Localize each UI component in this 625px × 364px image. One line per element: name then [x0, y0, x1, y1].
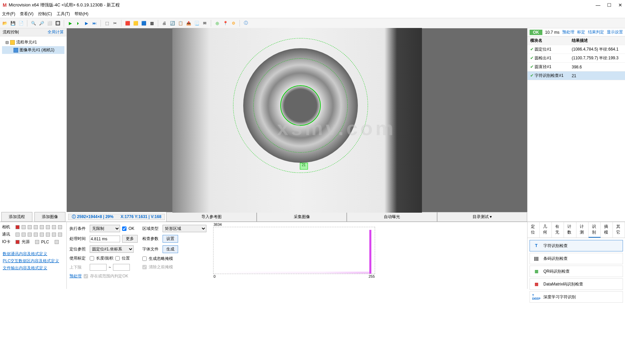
led [22, 225, 26, 229]
tb-zoomout-icon[interactable]: 🔍 [30, 20, 37, 27]
display-link[interactable]: 显示设置 [607, 29, 623, 35]
camera-viewport[interactable]: xsmv.com 21 [67, 28, 527, 212]
tb-select-icon[interactable]: ⬚ [104, 20, 110, 27]
tb-export-icon[interactable]: 📤 [185, 20, 192, 27]
tb-info-icon[interactable]: ⓘ [243, 20, 249, 27]
table-row[interactable]: ✔ 圆定位#1(1086.4,784.5) 半径:664.1 [528, 45, 625, 54]
tb-msg-icon[interactable]: ✉ [201, 20, 208, 27]
tb-config-icon[interactable]: 📄 [18, 20, 24, 27]
tab-measure[interactable]: 计测 [576, 222, 589, 238]
minimize-button[interactable]: — [596, 2, 600, 8]
capture-button[interactable]: 采集图像 [257, 212, 347, 222]
more-button[interactable]: 更多 [122, 235, 138, 243]
pos-checkbox[interactable] [115, 256, 120, 261]
deep-ocr-item[interactable]: TDEEP深度学习字符识别 [530, 291, 623, 303]
table-row[interactable]: ✔ 圆直径#1398.6 [528, 63, 625, 71]
maximize-button[interactable]: ☐ [607, 2, 612, 8]
tb-fit-icon[interactable]: ⬜ [46, 20, 53, 27]
tb-color3-icon[interactable]: 🟦 [140, 20, 147, 27]
led [28, 233, 32, 237]
menu-tool[interactable]: 工具(T) [57, 11, 70, 17]
dir-test-button[interactable]: 目录测试 ▾ [437, 212, 527, 222]
ocr-check-item[interactable]: T字符识别检查 [530, 240, 623, 251]
global-calc-link[interactable]: 全局计算 [48, 29, 64, 35]
exec-cond-select[interactable]: 无限制 [90, 225, 120, 232]
add-flow-button[interactable]: 添加流程 [1, 212, 32, 222]
tb-doc-icon[interactable]: 📃 [193, 20, 200, 27]
table-row[interactable]: ✔ 字符识别检查#121 [528, 71, 625, 80]
len-area-checkbox[interactable] [90, 256, 94, 261]
tb-pin-icon[interactable]: 📍 [222, 20, 229, 27]
region-type-select[interactable]: 矩形区域 [163, 225, 206, 232]
led [55, 240, 59, 244]
tb-crop-icon[interactable]: ✂ [112, 20, 118, 27]
data-comm-link[interactable]: 数据通讯内容及格式定义 [3, 251, 64, 257]
proc-time-field[interactable] [90, 236, 120, 242]
tb-zoom100-icon[interactable]: 🔲 [54, 20, 61, 27]
menu-file[interactable]: 文件(F) [2, 11, 15, 17]
action-row: 添加流程 添加图像 ⓘ 2592×1944×8 | 29% X:1776 Y:1… [0, 212, 625, 221]
image-icon [13, 48, 18, 53]
close-button[interactable]: ✕ [618, 2, 622, 8]
save-range-label: 存在或范围内判定OK [90, 273, 128, 279]
limit-high-field[interactable] [113, 264, 130, 271]
plc-data-link[interactable]: PLC交互数据区内容及格式定义 [3, 258, 64, 264]
tb-run-icon[interactable]: ▶ [83, 20, 90, 27]
tab-other[interactable]: 其它 [613, 222, 625, 238]
ok-label: OK [129, 226, 134, 231]
tb-settings-icon[interactable]: ⚙ [230, 20, 237, 27]
tb-refresh-icon[interactable]: 🔄 [169, 20, 176, 27]
tb-report-icon[interactable]: 📋 [177, 20, 184, 27]
limit-low-field[interactable] [90, 264, 107, 271]
tab-locate[interactable]: 定位 [528, 222, 540, 238]
menu-view[interactable]: 查看(V) [20, 11, 33, 17]
tb-color1-icon[interactable]: 🟥 [124, 20, 131, 27]
tb-print-icon[interactable]: 🖨 [161, 20, 168, 27]
histo-peak [369, 230, 371, 274]
barcode-check-item[interactable]: ||||条码识别检查 [530, 253, 623, 264]
ok-checkbox[interactable] [122, 226, 126, 231]
expand-icon[interactable]: ⊟ [5, 40, 9, 45]
tb-open-icon[interactable]: 📂 [1, 20, 8, 27]
file-output-link[interactable]: 文件输出内容及格式定义 [3, 265, 64, 271]
tab-geometry[interactable]: 几何 [540, 222, 552, 238]
tree-child-item[interactable]: 图像单元#1 (相机1) [2, 46, 64, 54]
auto-expose-button[interactable]: 自动曝光 [347, 212, 437, 222]
add-image-button[interactable]: 添加图像 [34, 212, 65, 222]
menu-help[interactable]: 帮助(H) [75, 11, 88, 17]
tb-next-icon[interactable]: ⏭ [91, 20, 98, 27]
bottom-right-panel: 定位 几何 有无 计数 计测 识别 摘模 其它 T字符识别检查 ||||条码识别… [527, 222, 625, 289]
set-button[interactable]: 设置 [163, 235, 178, 243]
tb-save-icon[interactable]: 💾 [9, 20, 16, 27]
tab-template[interactable]: 摘模 [601, 222, 613, 238]
tb-target-icon[interactable]: ◎ [214, 20, 221, 27]
judge-link[interactable]: 结果判定 [588, 29, 604, 35]
preprocess-link[interactable]: 预处理 [69, 273, 82, 279]
menu-control[interactable]: 控制(C) [38, 11, 52, 17]
preprocess-link[interactable]: 预处理 [562, 29, 574, 35]
tb-zoomin-icon[interactable]: 🔎 [38, 20, 45, 27]
app-logo: M [3, 2, 7, 8]
tb-color2-icon[interactable]: 🟨 [132, 20, 139, 27]
tab-count[interactable]: 计数 [564, 222, 576, 238]
table-row[interactable]: ✔ 圆检出#1(1100.7,759.7) 半径:199.3 [528, 54, 625, 63]
tb-step-icon[interactable]: ▶ [67, 20, 74, 27]
tb-play-icon[interactable]: ⏵ [75, 20, 82, 27]
loc-ref-select[interactable]: 圆定位#1.坐标系 [90, 245, 134, 253]
watermark: xsmv.com [277, 117, 396, 140]
tb-grid-icon[interactable]: ▦ [148, 20, 155, 27]
qr-check-item[interactable]: ▦QR码识别检查 [530, 266, 623, 277]
tab-presence[interactable]: 有无 [552, 222, 564, 238]
gen-ignore-checkbox[interactable] [142, 256, 147, 261]
histo-min: 0 [214, 274, 216, 278]
led [58, 233, 62, 237]
datamatrix-check-item[interactable]: ▩DataMatrix码识别检查 [530, 278, 623, 290]
import-ref-button[interactable]: 导入参考图 [166, 212, 256, 222]
gen-button[interactable]: 生成 [163, 245, 178, 253]
tree-root-item[interactable]: ⊟ 流程单元#1 [2, 38, 64, 46]
recog-label: 条码识别检查 [543, 256, 568, 262]
row-desc: 398.6 [569, 63, 625, 71]
calibrate-link[interactable]: 标定 [577, 29, 585, 35]
tab-recognize[interactable]: 识别 [589, 222, 601, 238]
row-desc: (1086.4,784.5) 半径:664.1 [569, 45, 625, 54]
